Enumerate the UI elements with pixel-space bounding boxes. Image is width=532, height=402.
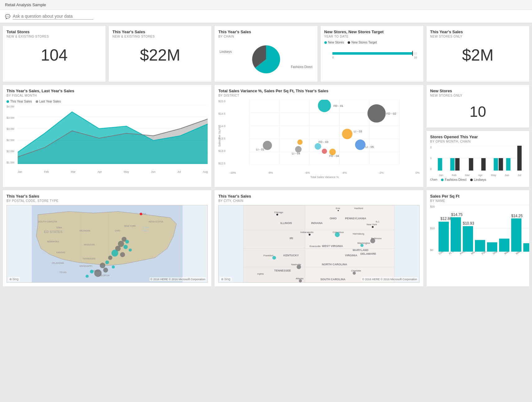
bar-feb-fd <box>450 158 454 171</box>
bubble-li06 <box>322 149 327 154</box>
legend-this-year: This Year Sales <box>7 100 32 103</box>
x-label-monro: Monro... <box>471 252 480 255</box>
bar-val-washin: $14.25 <box>511 214 523 218</box>
atlanta-bubble <box>299 279 302 282</box>
legend-new-stores: New Stores <box>324 41 344 44</box>
district-title: Total Sales Variance %, Sales Per Sq Ft,… <box>218 89 419 93</box>
search-input[interactable] <box>13 13 93 20</box>
bubble-11 <box>100 263 105 268</box>
bar-sharon <box>499 239 509 252</box>
map-text-iowa: IOWA <box>56 226 62 229</box>
washington-label: Washington <box>358 242 371 244</box>
frankfort-bubble <box>273 256 276 260</box>
map-text-gulfofmaine: Gulf of <box>142 226 149 229</box>
bubble-fd02 <box>367 104 386 123</box>
bar-val-knoyvil: $10.93 <box>463 221 474 226</box>
indianapolis-label: Indianapolis <box>300 231 313 234</box>
map-text-us: ED STATES <box>44 230 63 234</box>
fiscal-month-subtitle: BY FISCAL MONTH <box>7 94 208 97</box>
y-axis-3m: $3.0M <box>7 127 18 130</box>
search-icon: 💬 <box>5 14 10 19</box>
bubble-12 <box>112 265 115 268</box>
pie-label-fashions: Fashions Direct <box>291 65 312 69</box>
top-bar: Retail Analysis Sample <box>0 0 532 10</box>
southcarolina-label: SOUTH CAROLINA <box>321 278 346 281</box>
bubble-label-fd04: FD - 04 <box>329 154 339 158</box>
bubble-15 <box>90 270 94 273</box>
bubble-fd03 <box>315 143 321 150</box>
city-map-copyright: © 2016 HERE © 2016 Microsoft Corporation <box>361 277 418 281</box>
card-sales-sqft: Sales Per Sq Ft BY NAME $20 $10 $0 $12.8… <box>426 190 530 287</box>
ohio-label: OHIO <box>330 217 337 220</box>
bubble-6 <box>129 249 132 252</box>
legend-label-fd: Fashions Direct <box>445 178 466 181</box>
x-label-parade: Parade... <box>481 252 491 255</box>
target-axis: 0 10 <box>327 56 417 59</box>
bar-feb-l <box>455 158 459 171</box>
x-label-sharon: Sharon... <box>492 252 502 255</box>
bubble-7 <box>111 250 118 257</box>
bar-mar-l <box>469 158 473 171</box>
newyork-label: New York <box>367 223 377 226</box>
new-stores-target-title: New Stores, New Stores Target <box>324 30 420 34</box>
bubble-8 <box>120 252 125 257</box>
bar-parade <box>487 242 497 252</box>
legend-last-year: Last Year Sales <box>36 100 61 103</box>
x-label-knoyvil: Knoyvil... <box>459 252 469 255</box>
indianapolis-dot <box>309 234 311 235</box>
us-landmass <box>36 212 176 266</box>
bar-jan-fd <box>438 158 442 171</box>
charlotte-label: Charlotte <box>351 269 362 272</box>
map-text-texas: TEXAS <box>59 271 66 273</box>
illinois-label: ILLINOIS <box>281 222 292 225</box>
bing-logo-city: ⊕ bing <box>220 277 232 281</box>
legend-lindseys: Lindseys <box>470 178 486 181</box>
hartford-label: Hartford <box>354 207 363 210</box>
map-text-nebraska: NEBRASKA <box>47 240 59 243</box>
sqft-bar-svg: $12.86 $14.75 $10.93 $14.25 <box>438 205 530 252</box>
stores-opened-legend: Chain Fashions Direct Lindseys <box>430 178 525 181</box>
target-bar-line <box>412 51 413 56</box>
sales-new-only-title: This Year's Sales <box>430 30 525 34</box>
sales-sqft-chart-container: $20 $10 $0 $12.86 $14.75 $10.93 <box>430 205 525 267</box>
legend-label-new-stores: New Stores <box>328 41 344 44</box>
app-title: Retail Analysis Sample <box>5 2 46 7</box>
map-text-maine2: Maine <box>142 230 148 232</box>
maryland-label: MARYLAND <box>353 249 369 252</box>
sales-new-only-subtitle: NEW STORES ONLY <box>430 35 525 38</box>
iri-label: IRI <box>290 237 293 240</box>
x-mar: Mar <box>71 170 76 173</box>
new-stores-num-title: New Stores <box>430 89 525 93</box>
legend-label-last-year: Last Year Sales <box>39 100 61 103</box>
map-text-tennessee: TENNESSEE <box>83 258 96 260</box>
bubble-li02 <box>297 139 303 145</box>
new-stores-num-subtitle: NEW STORES ONLY <box>430 94 525 97</box>
fiscal-month-title: This Year's Sales, Last Year's Sales <box>7 89 208 93</box>
bubble-label-li04: LI - 04 <box>292 152 300 155</box>
bubble-4 <box>124 245 128 249</box>
sales-sqft-title: Sales Per Sq Ft <box>430 194 525 199</box>
dashboard: Total Stores NEW & EXISTING STORES 104 T… <box>0 23 532 289</box>
bar-may-l <box>498 158 503 171</box>
district-subtitle: BY DISTRICT <box>218 94 419 97</box>
bubble-li03 <box>342 129 353 139</box>
bubble-label-fd03: FD - 03 <box>319 140 328 144</box>
postal-map-subtitle: BY POSTAL CODE, STORE TYPE <box>7 199 208 203</box>
card-sales-new-existing: This Year's Sales NEW & EXISTING STORES … <box>108 25 212 82</box>
bar-chart-svg <box>435 146 525 171</box>
bubble-li05 <box>355 139 366 150</box>
city-map-svg: Chicago Erie Hartford ILLINOIS INDIANA O… <box>219 205 419 282</box>
bar-jun-fd <box>506 158 510 171</box>
legend-dot-last-year <box>36 100 38 103</box>
legend-new-stores-target: New Stores Target <box>348 41 377 44</box>
map-text-newyork: NEW YORK <box>124 225 136 227</box>
search-bar: 💬 <box>0 10 532 23</box>
bar-jul-l <box>517 146 521 171</box>
sales-by-chain-title: This Year's Sales <box>218 30 313 34</box>
y-axis-4m: $4.0M <box>7 105 18 108</box>
card-new-stores-target: New Stores, New Stores Target YEAR TO DA… <box>320 25 424 82</box>
pie-label-lindseys: Lindseys <box>219 50 232 53</box>
map-text-missouri: MISSOURI <box>84 244 95 246</box>
city-map-subtitle: BY CITY, CHAIN <box>218 199 419 203</box>
x-jul: Jul <box>177 170 181 173</box>
